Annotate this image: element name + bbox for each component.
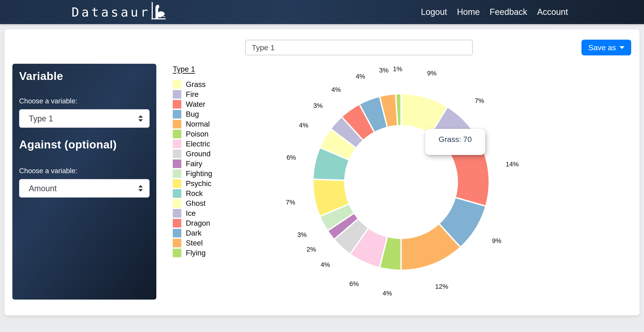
legend-label: Ghost [186,199,206,208]
legend-swatch [173,90,181,99]
legend-label: Bug [186,110,199,118]
legend-swatch [173,100,181,109]
percent-label-dragon: 4% [331,86,341,93]
main-card: Save as Variable Choose a variable: Type… [4,29,640,315]
legend-swatch [173,239,181,247]
percent-label-ghost: 4% [299,122,308,129]
chart-tooltip: Grass: 70 [425,129,485,155]
chart-name-input[interactable] [245,40,473,55]
legend-item-ghost[interactable]: Ghost [173,199,212,208]
legend-label: Ground [186,149,210,158]
legend-label: Poison [186,130,208,138]
brand[interactable]: Datasaur [72,0,167,24]
legend-swatch [173,80,181,89]
legend-label: Steel [186,239,203,247]
percent-label-dark: 4% [356,73,365,80]
legend-swatch [173,159,181,168]
legend-item-poison[interactable]: Poison [173,130,212,138]
legend-item-bug[interactable]: Bug [173,110,212,118]
percent-label-electric: 6% [349,280,359,287]
legend-label: Electric [186,140,210,148]
legend-item-water[interactable]: Water [173,100,212,109]
legend-swatch [173,199,181,208]
legend-swatch [173,219,181,228]
against-select-wrap: Amount [19,179,150,198]
legend-item-rock[interactable]: Rock [173,189,212,198]
against-select[interactable]: Amount [19,179,150,198]
percent-label-normal: 12% [435,283,448,290]
datasaur-dino-logo-icon [149,1,167,22]
percent-label-fighting: 3% [297,231,307,238]
nav-link-feedback[interactable]: Feedback [490,7,527,17]
legend-swatch [173,130,181,138]
legend-swatch [173,140,181,148]
legend-item-fire[interactable]: Fire [173,90,212,99]
legend-swatch [173,209,181,218]
variable-select-label: Choose a variable: [19,97,150,105]
legend-item-ground[interactable]: Ground [173,149,212,158]
legend-swatch [173,120,181,128]
legend-item-dark[interactable]: Dark [173,229,212,237]
percent-label-fire: 7% [474,97,484,104]
legend-item-dragon[interactable]: Dragon [173,219,212,228]
percent-label-steel: 3% [379,67,388,74]
legend-label: Ice [186,209,196,218]
legend-label: Fairy [186,159,202,168]
legend-label: Water [186,100,205,109]
save-as-label: Save as [588,43,616,52]
percent-label-ground: 4% [320,261,330,268]
legend-label: Dark [186,229,202,237]
legend-item-fighting[interactable]: Fighting [173,169,212,178]
legend-item-psychic[interactable]: Psychic [173,179,212,188]
brand-name: Datasaur [72,5,150,19]
nav-link-home[interactable]: Home [457,7,480,17]
variable-select[interactable]: Type 1 [19,109,150,128]
legend-swatch [173,169,181,178]
top-navbar: Datasaur LogoutHomeFeedbackAccount [0,0,644,24]
percent-label-grass: 9% [427,70,436,77]
nav-link-account[interactable]: Account [537,7,568,17]
percent-label-fairy: 2% [306,246,316,253]
legend-item-fairy[interactable]: Fairy [173,159,212,168]
variable-panel: Variable Choose a variable: Type 1 Again… [12,64,156,299]
chart-title: Type 1 [173,65,195,73]
variable-select-wrap: Type 1 [19,109,150,128]
legend-label: Normal [186,120,210,128]
legend-label: Rock [186,189,203,198]
legend-item-electric[interactable]: Electric [173,140,212,148]
nav-link-logout[interactable]: Logout [421,7,447,17]
nav-links: LogoutHomeFeedbackAccount [421,0,568,24]
legend-swatch [173,179,181,188]
legend-label: Dragon [186,219,210,228]
percent-label-water: 14% [506,160,519,168]
legend-label: Grass [186,80,206,89]
caret-down-icon [620,46,624,49]
legend-swatch [173,189,181,198]
legend-swatch [173,229,181,237]
legend-swatch [173,110,181,118]
against-heading: Against (optional) [19,138,150,151]
chart-legend: GrassFireWaterBugNormalPoisonElectricGro… [173,80,212,259]
legend-label: Fire [186,90,198,99]
save-as-button[interactable]: Save as [582,40,631,55]
variable-heading: Variable [19,70,150,83]
legend-item-steel[interactable]: Steel [173,239,212,247]
against-select-label: Choose a variable: [19,167,150,175]
legend-label: Flying [186,249,206,257]
legend-item-ice[interactable]: Ice [173,209,212,218]
legend-item-flying[interactable]: Flying [173,249,212,257]
legend-label: Fighting [186,169,212,178]
percent-label-flying: 1% [393,65,402,73]
percent-label-psychic: 7% [286,199,295,206]
percent-label-poison: 4% [382,290,392,297]
chart-tooltip-text: Grass: 70 [439,135,472,143]
legend-item-normal[interactable]: Normal [173,120,212,128]
percent-label-rock: 6% [286,154,296,161]
percent-label-bug: 9% [492,237,502,244]
donut-chart: 9%7%14%9%12%4%6%4%2%3%7%6%4%3%4%4%3%1% [275,56,527,308]
page: { "header": { "brand": "Datasaur", "nav"… [0,0,644,332]
legend-swatch [173,249,181,257]
legend-item-grass[interactable]: Grass [173,80,212,89]
legend-swatch [173,149,181,158]
legend-label: Psychic [186,179,212,188]
